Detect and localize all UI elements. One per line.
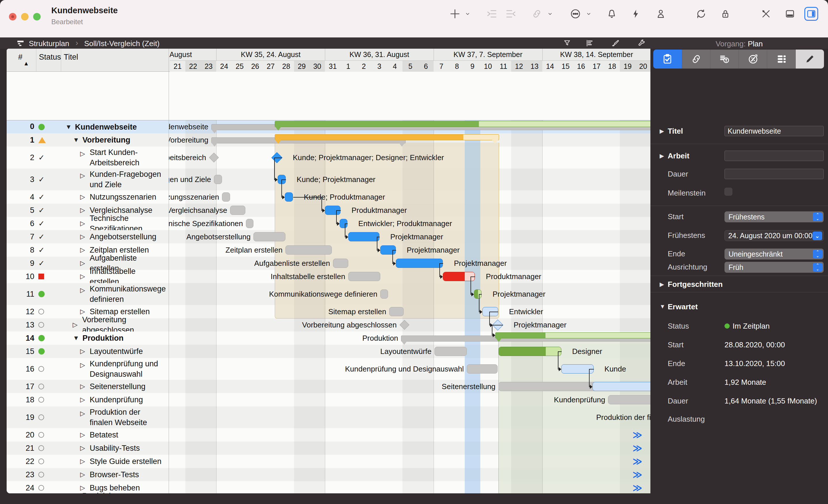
column-header-status[interactable]: Status [39,53,61,62]
popup-ende[interactable]: Uneingeschränkt⌃⌄ [724,248,824,260]
table-row[interactable]: 23▷Browser-Tests [7,468,169,481]
collapse-icon[interactable]: ▼ [73,331,79,345]
table-row[interactable]: 20▷Betatest [7,428,169,442]
disclosure-closed-icon[interactable]: ▶ [660,281,664,288]
expand-icon[interactable]: ▷ [80,283,85,297]
bell-icon[interactable] [606,8,617,19]
disclosure-closed-icon[interactable]: ▶ [660,128,664,135]
column-header-num[interactable]: # [18,53,23,62]
continuation-chevrons[interactable]: ≫ [632,428,642,442]
disclosure-closed-icon[interactable]: ▶ [660,152,664,159]
task-title: Vorbereitung abgeschlossen [82,318,165,331]
expand-icon[interactable]: ▷ [80,243,85,257]
table-row[interactable]: 6✓▷Technische Spezifikationen [7,217,169,230]
chevron-down-icon[interactable] [464,11,471,17]
expand-icon[interactable]: ▷ [80,169,85,183]
continuation-chevrons[interactable]: ≫ [632,468,642,481]
inspector-tab-link[interactable] [682,50,711,68]
input-field-arbeit[interactable] [724,151,824,161]
table-row[interactable]: 13▷Vorbereitung abgeschlossen [7,318,169,331]
tools-icon[interactable] [760,8,772,19]
more-circle-icon[interactable] [570,8,581,19]
expand-icon[interactable]: ▷ [80,147,85,161]
zoom-button[interactable] [33,13,41,20]
expand-icon[interactable]: ▷ [80,270,85,283]
panel-right-icon[interactable] [806,8,817,19]
expand-icon[interactable]: ▷ [80,428,85,442]
inspector-tab-clock-percent[interactable] [739,50,768,68]
popup-stepper[interactable]: ⌃⌄ [813,263,823,272]
input-field-dauer[interactable] [724,169,824,179]
panel-bottom-icon[interactable] [784,8,795,19]
expand-icon[interactable]: ▷ [80,406,85,421]
table-row[interactable]: 15▷Layoutentwürfe [7,345,169,358]
table-row[interactable]: 2✓▷Start Kunden-Arbeitsbereich [7,147,169,169]
table-row[interactable]: 14▼Produktion [7,331,169,345]
expand-icon[interactable]: ▷ [80,442,85,455]
table-row[interactable]: 19▷Produktion der finalen Webseite [7,406,169,428]
bar-left-label: Kundenwebseite [169,120,208,133]
link-line [492,325,503,325]
plus-icon[interactable] [450,8,460,19]
bolt-icon[interactable] [630,8,641,19]
table-row[interactable]: 22▷Style Guide erstellen [7,455,169,468]
table-row[interactable]: 3✓▷Kunden-Fragebogen und Ziele [7,169,169,190]
person-icon[interactable] [655,8,666,19]
inspector-tab-finance[interactable] [710,50,739,68]
expand-icon[interactable]: ▷ [80,190,85,203]
popup-start[interactable]: Frühestens⌃⌄ [724,212,824,222]
column-header-title[interactable]: Titel [64,53,78,62]
expand-icon[interactable]: ▷ [80,203,85,217]
collapse-icon[interactable]: ▼ [66,121,72,134]
popup-stepper[interactable]: ⌃⌄ [813,213,823,221]
sync-icon[interactable] [696,8,707,19]
popup-ausrichtung[interactable]: Früh⌃⌄ [724,262,824,273]
outline-icon[interactable] [585,39,594,48]
chevron-down-icon[interactable] [547,11,553,17]
inspector-tab-pencil[interactable] [795,50,824,68]
table-row[interactable]: 16▷Kundenprüfung und Designauswahl [7,358,169,380]
disclosure-open-icon[interactable]: ▼ [660,303,665,310]
popup-stepper[interactable]: ⌄ [813,232,822,240]
expand-icon[interactable]: ▷ [80,217,85,230]
inspector-tab-clipboard-check[interactable] [653,50,682,68]
table-row[interactable]: 1▼Vorbereitung [7,133,169,147]
collapse-icon[interactable]: ▼ [73,133,79,147]
table-row[interactable]: 21▷Usability-Tests [7,442,169,455]
table-row[interactable]: 4✓▷Nutzungsszenarien [7,190,169,203]
continuation-chevrons[interactable]: ≫ [632,455,642,468]
minimize-button[interactable] [21,13,29,20]
close-button[interactable] [9,13,16,20]
table-row[interactable]: 7✓▷Angebotserstellung [7,230,169,243]
chevron-down-icon[interactable] [585,11,592,17]
inspector-tab-rows[interactable] [767,50,796,68]
status-icon-open [38,393,46,406]
breadcrumb-item-view[interactable]: Soll/Ist-Vergleich (Zeit) [84,39,160,48]
table-row[interactable]: 17▷Seitenerstellung [7,380,169,393]
expand-icon[interactable]: ▷ [80,230,85,243]
expand-icon[interactable]: ▷ [80,468,85,481]
datefield-frühestens[interactable]: 24. August 2020 um 00:00⌄ [724,230,824,241]
expand-icon[interactable]: ▷ [73,318,78,331]
expand-icon[interactable]: ▷ [80,380,85,393]
breadcrumb-item-strukturplan[interactable]: Strukturplan [29,39,69,48]
continuation-chevrons[interactable]: ≫ [632,442,642,455]
lock-icon[interactable] [720,8,731,19]
table-row[interactable]: 0▼Kundenwebseite [7,120,169,134]
expand-icon[interactable]: ▷ [80,393,85,406]
table-row[interactable]: 11▷Kommunikationswege definieren [7,283,169,305]
expand-icon[interactable]: ▷ [80,257,85,270]
expand-icon[interactable]: ▷ [80,358,85,372]
input-field-titel[interactable]: Kundenwebseite [724,126,824,136]
table-row[interactable]: 10▷Inhaltstabelle erstellen [7,270,169,283]
filter-icon[interactable] [563,39,571,48]
milestone-checkbox[interactable] [724,188,732,195]
table-row[interactable]: 18▷Kundenprüfung [7,393,169,406]
expand-icon[interactable]: ▷ [80,345,85,358]
expand-icon[interactable]: ▷ [80,455,85,468]
popup-stepper[interactable]: ⌃⌄ [813,250,823,258]
continuation-chevrons[interactable]: ≫ [632,481,642,493]
field-label-auslastung: Auslastung [668,415,705,424]
brush-icon[interactable] [611,39,620,48]
wrench-icon[interactable] [637,39,646,48]
